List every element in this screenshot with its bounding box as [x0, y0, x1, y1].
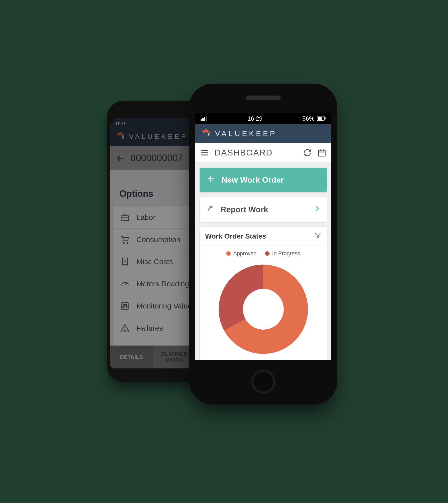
plus-icon: [207, 175, 215, 185]
phone-foreground-device: 16:29 56% VALUEKEEP DASHBOARD: [189, 84, 337, 404]
warning-icon: [120, 323, 130, 333]
new-work-order-label: New Work Order: [222, 175, 284, 185]
status-time: 0:36: [116, 120, 127, 127]
battery-percent: 56%: [302, 115, 314, 122]
option-label: Monitoring Values: [136, 302, 196, 310]
valuekeep-logo-icon: [201, 128, 211, 139]
svg-point-1: [123, 242, 124, 244]
sliders-icon: [120, 301, 130, 311]
record-id: 0000000007: [130, 153, 183, 163]
app-brand-name: VALUEKEEP: [129, 133, 188, 141]
hammer-icon: [206, 204, 214, 214]
option-label: Failures: [136, 324, 163, 332]
report-work-label: Report Work: [221, 205, 268, 214]
dashboard-content: New Work Order Report Work Work Order St…: [195, 163, 331, 360]
svg-rect-14: [206, 116, 207, 121]
app-brand-name: VALUEKEEP: [215, 129, 277, 138]
new-work-order-button[interactable]: New Work Order: [200, 168, 327, 192]
svg-rect-0: [121, 216, 129, 221]
svg-point-2: [127, 242, 128, 244]
cart-icon: [120, 235, 130, 245]
chart-legend: Approved In Progress: [200, 246, 327, 258]
tab-details[interactable]: DETAILS: [110, 346, 153, 368]
svg-rect-13: [204, 117, 205, 121]
battery-icon: [317, 115, 326, 122]
gauge-icon: [120, 279, 130, 289]
work-order-states-card: Work Order States Approved In Progress: [200, 227, 327, 360]
signal-icon: [201, 115, 208, 122]
status-bar: 16:29 56%: [195, 113, 331, 124]
svg-rect-12: [202, 118, 204, 121]
option-label: Labor: [136, 213, 156, 222]
card-title: Work Order States: [205, 232, 266, 240]
option-label: Misc Costs: [136, 257, 173, 266]
status-time: 16:29: [247, 115, 262, 122]
receipt-icon: [120, 257, 130, 267]
svg-rect-16: [318, 117, 322, 120]
menu-icon[interactable]: [200, 148, 209, 157]
report-work-button[interactable]: Report Work: [200, 197, 327, 222]
phone-fg-screen: 16:29 56% VALUEKEEP DASHBOARD: [195, 113, 331, 360]
toolbar: DASHBOARD: [195, 143, 331, 163]
svg-point-7: [124, 330, 125, 331]
legend-approved: Approved: [226, 250, 257, 257]
app-brand-bar: VALUEKEEP: [195, 124, 331, 143]
calendar-icon[interactable]: [317, 148, 326, 157]
refresh-icon[interactable]: [303, 148, 312, 157]
briefcase-icon: [120, 212, 130, 222]
device-mockup-stage: 0:36 VALUEKEEP 0000000007 Options: [75, 84, 373, 419]
option-label: Meters Readings: [136, 280, 193, 288]
svg-rect-18: [319, 150, 325, 156]
donut-chart: [200, 258, 327, 360]
legend-in-progress: In Progress: [265, 250, 300, 257]
svg-rect-11: [201, 119, 202, 121]
valuekeep-logo-icon: [115, 131, 125, 142]
back-arrow-icon[interactable]: [115, 153, 125, 163]
chevron-right-icon: [314, 203, 320, 215]
svg-rect-17: [325, 117, 326, 119]
page-title: DASHBOARD: [215, 148, 297, 157]
option-label: Consumption: [136, 235, 180, 244]
filter-icon[interactable]: [314, 232, 321, 241]
